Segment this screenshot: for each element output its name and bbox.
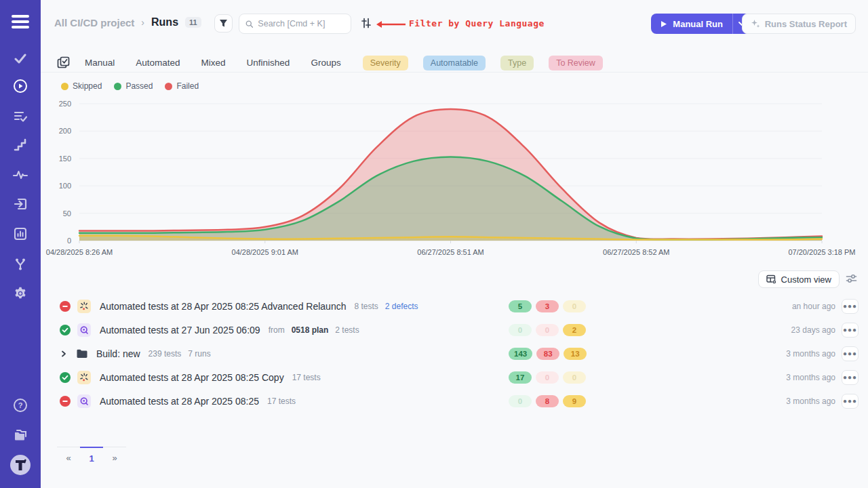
row-menu-button[interactable]: ●●●	[842, 323, 859, 338]
green-count-badge: 0	[509, 395, 532, 407]
sliders-icon	[360, 17, 372, 29]
sidebar-item-activity[interactable]	[0, 163, 41, 187]
run-meta-group: from0518 plan2 tests	[269, 325, 359, 335]
table-row[interactable]: Automated tests at 27 Jun 2025 06:09from…	[41, 318, 868, 342]
legend-item-failed[interactable]: Failed	[165, 81, 199, 91]
run-title[interactable]: Automated tests at 27 Jun 2025 06:09	[100, 325, 260, 336]
logo[interactable]	[0, 453, 41, 477]
menu-icon[interactable]	[12, 15, 29, 31]
page-1-button[interactable]: 1	[80, 447, 103, 468]
row-menu-button[interactable]: ●●●	[842, 346, 859, 361]
run-meta: 2 tests	[335, 325, 359, 335]
spark-icon	[77, 371, 91, 384]
search-input[interactable]	[258, 19, 344, 28]
svg-text:250: 250	[59, 100, 71, 108]
svg-text:04/28/2025 9:01 AM: 04/28/2025 9:01 AM	[232, 248, 298, 256]
expand-chevron-icon[interactable]	[60, 350, 68, 358]
green-count-badge: 143	[509, 348, 532, 360]
breadcrumb: All CI/CD project › Runs 11	[54, 16, 201, 28]
yellow-count-badge: 0	[563, 371, 586, 384]
manual-run-button[interactable]: Manual Run	[651, 14, 732, 34]
spark-icon	[77, 300, 91, 313]
legend-label: Skipped	[73, 81, 102, 91]
runs-count-badge: 11	[185, 17, 201, 28]
run-meta-group: 239 tests7 runs	[149, 349, 211, 359]
runs-status-report-button[interactable]: Runs Status Report	[742, 14, 856, 34]
run-title[interactable]: Automated tests at 28 Apr 2025 08:25 Cop…	[100, 372, 284, 383]
funnel-icon	[219, 19, 228, 28]
folder-icon	[76, 348, 88, 359]
select-runs-icon[interactable]	[57, 56, 70, 69]
run-meta: 17 tests	[267, 396, 296, 406]
breadcrumb-separator: ›	[141, 17, 144, 28]
steps-icon	[13, 138, 28, 152]
defects-link[interactable]: 2 defects	[385, 302, 418, 311]
result-badges: 530	[509, 300, 586, 312]
tab-manual[interactable]: Manual	[85, 58, 115, 68]
red-count-badge: 8	[536, 395, 559, 407]
next-page-button[interactable]: »	[103, 447, 126, 468]
run-meta: 239 tests	[149, 349, 182, 359]
run-meta-group: 17 tests	[267, 396, 296, 406]
breadcrumb-project[interactable]: All CI/CD project	[54, 17, 134, 28]
svg-text:07/20/2025 3:18 PM: 07/20/2025 3:18 PM	[788, 248, 855, 256]
run-meta: 0518 plan	[292, 325, 329, 335]
green-count-badge: 0	[509, 324, 532, 336]
run-meta-group: 8 tests2 defects	[354, 302, 418, 311]
chip-severity[interactable]: Severity	[363, 56, 408, 70]
sidebar-item-help[interactable]: ?	[0, 393, 41, 418]
svg-text:200: 200	[59, 127, 71, 135]
sidebar-item-requirements[interactable]	[0, 192, 41, 216]
red-count-badge: 0	[536, 371, 559, 384]
sidebar-item-analytics[interactable]	[0, 222, 41, 246]
sidebar-item-tests[interactable]	[0, 46, 41, 70]
sidebar-item-runs[interactable]	[0, 74, 41, 98]
row-menu-button[interactable]: ●●●	[842, 394, 859, 409]
sidebar-item-projects[interactable]	[0, 423, 41, 447]
sparkle-icon	[751, 19, 760, 28]
run-title[interactable]: Build: new	[96, 348, 140, 359]
query-language-filter-button[interactable]	[360, 17, 374, 30]
legend-dot	[61, 83, 68, 90]
tab-automated[interactable]: Automated	[136, 58, 180, 68]
sidebar-item-traceability[interactable]	[0, 251, 41, 276]
custom-view-button[interactable]: Custom view	[758, 270, 840, 288]
qase-icon	[77, 394, 91, 408]
legend-label: Passed	[125, 81, 153, 91]
prev-page-button[interactable]: «	[57, 447, 80, 468]
folder-icon	[76, 348, 88, 359]
branch-icon	[13, 256, 28, 271]
result-badges: 089	[509, 395, 586, 407]
table-row[interactable]: Automated tests at 28 Apr 2025 08:25 Adv…	[41, 294, 868, 318]
row-menu-button[interactable]: ●●●	[842, 299, 859, 314]
legend-item-skipped[interactable]: Skipped	[61, 81, 102, 91]
run-meta: 8 tests	[354, 302, 378, 311]
sidebar-item-plans[interactable]	[0, 104, 41, 129]
tab-mixed[interactable]: Mixed	[201, 58, 226, 68]
svg-text:06/27/2025 8:52 AM: 06/27/2025 8:52 AM	[603, 248, 669, 256]
filter-button[interactable]	[214, 14, 233, 33]
legend-item-passed[interactable]: Passed	[114, 81, 153, 91]
chip-type[interactable]: Type	[500, 56, 534, 70]
view-settings-button[interactable]	[846, 273, 857, 287]
run-title[interactable]: Automated tests at 28 Apr 2025 08:25 Adv…	[100, 301, 346, 312]
table-row[interactable]: Automated tests at 28 Apr 2025 08:25 Cop…	[41, 365, 868, 389]
green-count-badge: 5	[509, 300, 532, 312]
failed-status-icon	[60, 396, 71, 407]
table-row[interactable]: Automated tests at 28 Apr 2025 08:2517 t…	[41, 389, 868, 413]
table-row[interactable]: Build: new239 tests7 runs14383133 months…	[41, 342, 868, 365]
chip-to-review[interactable]: To Review	[549, 56, 603, 70]
tab-groups[interactable]: Groups	[311, 58, 340, 68]
passed-status-icon	[60, 325, 71, 336]
row-menu-button[interactable]: ●●●	[842, 370, 859, 385]
svg-text:0: 0	[67, 237, 71, 245]
run-title[interactable]: Automated tests at 28 Apr 2025 08:25	[100, 396, 259, 407]
yellow-count-badge: 13	[564, 348, 587, 360]
chip-automatable[interactable]: Automatable	[423, 56, 486, 70]
run-timestamp: 3 months ago	[786, 396, 835, 406]
sidebar-item-milestones[interactable]	[0, 133, 41, 157]
tab-unfinished[interactable]: Unfinished	[247, 58, 290, 68]
result-badges: 002	[509, 324, 586, 336]
sidebar-item-settings[interactable]	[0, 281, 41, 306]
chart-wrap: 05010015020025004/28/2025 8:26 AM04/28/2…	[41, 94, 868, 263]
